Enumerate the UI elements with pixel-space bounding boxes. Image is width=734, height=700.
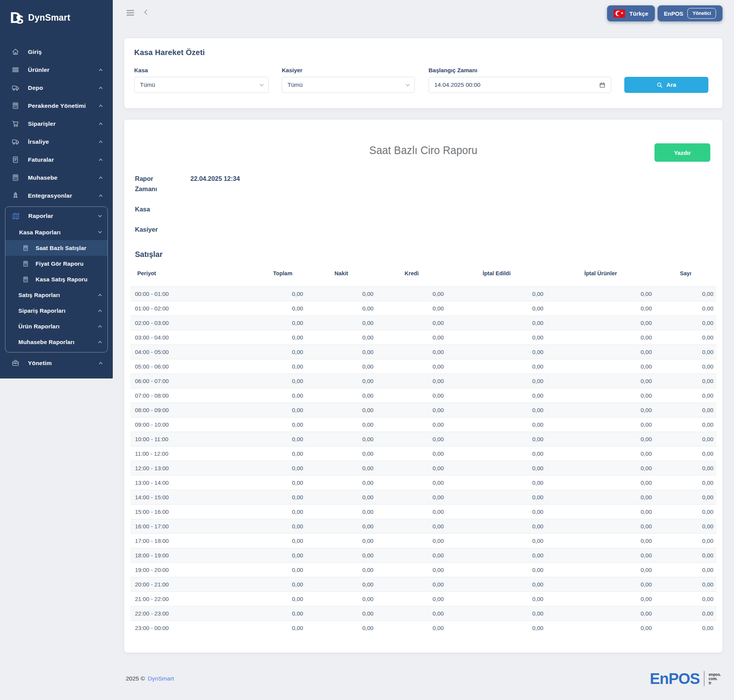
column-header-sayi: Sayı <box>655 266 716 287</box>
sidebar-item-kasa-satis-raporu[interactable]: Kasa Satış Raporu <box>5 271 107 287</box>
cell-sayi: 0,00 <box>655 534 716 548</box>
reports-group: Raporlar Kasa Raporları Saat Bazlı Satış… <box>5 206 108 352</box>
topbar-right: ★ Türkçe EnPOS Yönetici <box>607 5 723 21</box>
sidebar-item-label: Ürün Raporları <box>18 323 99 330</box>
role-badge[interactable]: Yönetici <box>687 8 716 19</box>
cell-kredi: 0,00 <box>377 316 447 330</box>
cell-nakit: 0,00 <box>306 621 377 635</box>
cell-kredi: 0,00 <box>377 417 447 432</box>
cell-iptal-edildi: 0,00 <box>447 519 547 534</box>
back-chevron-icon[interactable] <box>144 10 149 15</box>
sidebar-item-saat-bazli-satislar[interactable]: Saat Bazlı Satışlar <box>5 240 107 256</box>
account-button[interactable]: EnPOS Yönetici <box>658 5 723 21</box>
sidebar-item-satis-raporlari[interactable]: Satış Raporları <box>5 287 107 303</box>
meta-kasiyer-value <box>190 224 716 235</box>
sidebar-item-raporlar[interactable]: Raporlar <box>5 208 107 224</box>
cell-nakit: 0,00 <box>306 345 377 359</box>
cell-iptal-edildi: 0,00 <box>447 359 547 374</box>
cell-nakit: 0,00 <box>306 388 377 403</box>
cell-periyot: 09:00 - 10:00 <box>130 417 259 432</box>
cell-iptal-urunler: 0,00 <box>546 490 655 505</box>
table-row: 09:00 - 10:00 0,00 0,00 0,00 0,00 0,00 0… <box>130 417 716 432</box>
page: DS DynSmart Giriş Ürünler De <box>0 0 734 700</box>
sidebar-item-faturalar[interactable]: Faturalar <box>0 151 113 169</box>
cell-iptal-edildi: 0,00 <box>447 287 547 301</box>
sidebar-item-label: Fiyat Gör Raporu <box>36 260 101 267</box>
chevron-up-icon <box>99 195 103 198</box>
cell-periyot: 23:00 - 00:00 <box>130 621 259 635</box>
table-row: 08:00 - 09:00 0,00 0,00 0,00 0,00 0,00 0… <box>130 403 716 417</box>
sidebar-item-muhasebe[interactable]: Muhasebe <box>0 169 113 187</box>
sidebar-item-irsaliye[interactable]: İrsaliye <box>0 133 113 151</box>
cell-periyot: 00:00 - 01:00 <box>130 287 259 301</box>
sidebar-item-label: Perakende Yönetimi <box>28 102 99 109</box>
cell-sayi: 0,00 <box>655 519 716 534</box>
chevron-up-icon <box>98 341 102 345</box>
cell-toplam: 0,00 <box>259 476 306 490</box>
chevron-up-icon <box>99 87 103 91</box>
sidebar-item-depo[interactable]: Depo <box>0 79 113 97</box>
cell-toplam: 0,00 <box>259 447 306 461</box>
sidebar-item-urunler[interactable]: Ürünler <box>0 61 113 79</box>
sidebar-item-siparisler[interactable]: Siparişler <box>0 115 113 133</box>
meta-row-kasiyer: Kasiyer <box>135 224 716 235</box>
cell-kredi: 0,00 <box>377 301 447 316</box>
table-row: 17:00 - 18:00 0,00 0,00 0,00 0,00 0,00 0… <box>130 534 716 548</box>
kasa-select[interactable]: Tümü <box>134 77 269 93</box>
table-row: 05:00 - 06:00 0,00 0,00 0,00 0,00 0,00 0… <box>130 359 716 374</box>
start-time-input[interactable]: 14.04.2025 00:00 <box>429 77 611 93</box>
print-button[interactable]: Yazdır <box>654 143 710 162</box>
cell-nakit: 0,00 <box>306 490 377 505</box>
app-logo[interactable]: DS DynSmart <box>0 0 113 25</box>
start-time-value: 14.04.2025 00:00 <box>434 81 481 88</box>
table-row: 19:00 - 20:00 0,00 0,00 0,00 0,00 0,00 0… <box>130 563 716 577</box>
sidebar-item-label: Satış Raporları <box>18 292 99 298</box>
sidebar-item-giris[interactable]: Giriş <box>0 43 113 61</box>
kasiyer-select[interactable]: Tümü <box>282 77 415 93</box>
home-icon <box>11 48 20 56</box>
cell-kredi: 0,00 <box>377 476 447 490</box>
filter-row: Kasa Tümü Kasiyer Tümü Başlangıç Zamanı <box>134 67 713 93</box>
table-row: 14:00 - 15:00 0,00 0,00 0,00 0,00 0,00 0… <box>130 490 716 505</box>
sidebar-item-kasa-raporlari[interactable]: Kasa Raporları <box>5 224 107 240</box>
cell-periyot: 19:00 - 20:00 <box>130 563 259 577</box>
column-header-kredi: Kredi <box>377 266 447 287</box>
search-button[interactable]: Ara <box>624 77 708 93</box>
chevron-up-icon <box>99 69 103 73</box>
cell-nakit: 0,00 <box>306 534 377 548</box>
kasa-label: Kasa <box>134 67 269 73</box>
page-footer: 2025 © DynSmart EnPOS enpos. com. tr <box>124 666 723 691</box>
cell-iptal-urunler: 0,00 <box>546 301 655 316</box>
cell-kredi: 0,00 <box>377 548 447 563</box>
cell-nakit: 0,00 <box>306 301 377 316</box>
sidebar-item-label: Entegrasyonlar <box>28 192 99 199</box>
cell-kredi: 0,00 <box>377 606 447 621</box>
calendar-icon[interactable] <box>599 82 606 88</box>
cell-kredi: 0,00 <box>377 534 447 548</box>
cell-iptal-urunler: 0,00 <box>546 359 655 374</box>
cell-nakit: 0,00 <box>306 287 377 301</box>
sidebar-item-muhasebe-raporlari[interactable]: Muhasebe Raporları <box>5 334 107 350</box>
cell-iptal-urunler: 0,00 <box>546 563 655 577</box>
cell-iptal-urunler: 0,00 <box>546 548 655 563</box>
cell-nakit: 0,00 <box>306 403 377 417</box>
menu-toggle-icon[interactable] <box>126 9 135 16</box>
chevron-up-icon <box>98 325 102 329</box>
cell-iptal-edildi: 0,00 <box>447 534 547 548</box>
cell-kredi: 0,00 <box>377 461 447 476</box>
brand-name: DynSmart <box>28 13 70 23</box>
cell-toplam: 0,00 <box>259 345 306 359</box>
sidebar-item-fiyat-gor-raporu[interactable]: Fiyat Gör Raporu <box>5 256 107 271</box>
cell-sayi: 0,00 <box>655 345 716 359</box>
sidebar-item-siparis-raporlari[interactable]: Sipariş Raporları <box>5 303 107 318</box>
calculator-icon <box>11 174 20 182</box>
sidebar-item-yonetim[interactable]: Yönetim <box>0 354 113 372</box>
sidebar-item-urun-raporlari[interactable]: Ürün Raporları <box>5 318 107 334</box>
cell-toplam: 0,00 <box>259 403 306 417</box>
sidebar-item-perakende-yonetimi[interactable]: Perakende Yönetimi <box>0 97 113 115</box>
table-row: 22:00 - 23:00 0,00 0,00 0,00 0,00 0,00 0… <box>130 606 716 621</box>
sidebar-item-entegrasyonlar[interactable]: Entegrasyonlar <box>0 187 113 205</box>
language-button[interactable]: ★ Türkçe <box>607 5 654 21</box>
brand-link[interactable]: DynSmart <box>148 675 174 682</box>
cell-iptal-edildi: 0,00 <box>447 432 547 447</box>
